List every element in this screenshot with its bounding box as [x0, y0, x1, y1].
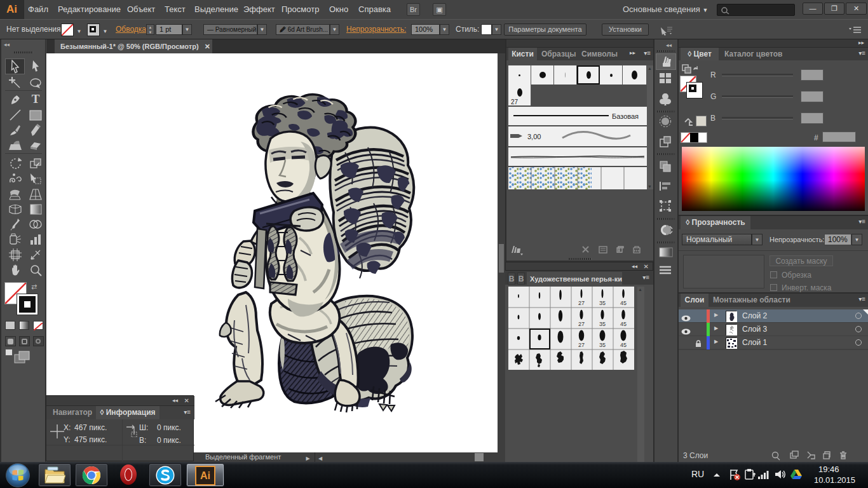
- svg-text:35: 35: [599, 321, 606, 327]
- svg-text:45: 45: [620, 300, 627, 306]
- svg-text:45: 45: [620, 321, 627, 327]
- svg-text:35: 35: [599, 300, 606, 306]
- svg-text:Базовая: Базовая: [612, 112, 639, 120]
- svg-text:27: 27: [578, 300, 585, 306]
- svg-text:45: 45: [620, 342, 627, 348]
- svg-text:35: 35: [599, 342, 606, 348]
- svg-text:27: 27: [578, 321, 585, 327]
- svg-text:3,00: 3,00: [527, 133, 541, 140]
- svg-text:27: 27: [578, 342, 585, 348]
